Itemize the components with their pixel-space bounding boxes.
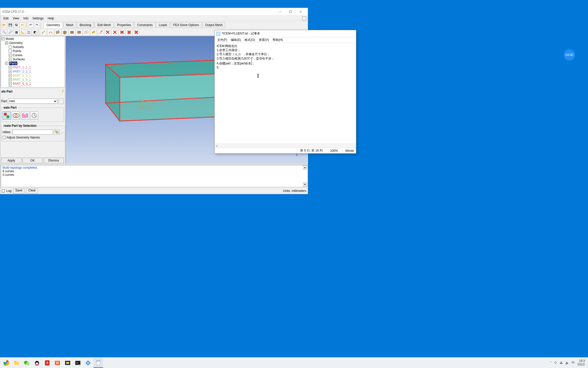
notepad-menu-edit[interactable]: 编辑(E) bbox=[229, 37, 242, 43]
part-label[interactable]: PART_4_4_1 bbox=[13, 78, 31, 82]
toolbar-select-icon[interactable]: ▦ bbox=[14, 29, 19, 35]
tray-volume-icon[interactable]: 🔈 bbox=[565, 361, 569, 365]
apply-button[interactable]: Apply bbox=[1, 158, 21, 163]
menu-help[interactable]: Help bbox=[46, 16, 56, 21]
part-label[interactable]: PART_1_1_1 bbox=[13, 66, 31, 69]
tree-points[interactable]: Points bbox=[13, 49, 21, 53]
tree-part-item[interactable]: PART_5_5_1 bbox=[2, 82, 64, 86]
part-label[interactable]: PART_2_2_1 bbox=[13, 70, 31, 73]
taskbar-misc-icon[interactable] bbox=[83, 358, 93, 368]
tab-mesh[interactable]: Mesh bbox=[63, 22, 76, 28]
ok-button[interactable]: OK bbox=[22, 158, 43, 163]
part-name-dropdown[interactable]: inlet bbox=[8, 99, 57, 104]
tree-part-item[interactable]: PART_4_4_1 bbox=[2, 78, 64, 82]
taskbar-pdf-icon[interactable]: A bbox=[42, 358, 52, 368]
geom-dormant-icon[interactable]: Zz bbox=[97, 29, 104, 36]
geom-delete-body-icon[interactable] bbox=[126, 29, 132, 36]
clear-log-button[interactable]: Clear bbox=[26, 188, 38, 193]
part-label[interactable]: PART_5_5_1 bbox=[13, 82, 31, 86]
tray-usb-icon[interactable]: ⯎ bbox=[554, 361, 557, 365]
tree-surfaces[interactable]: Surfaces bbox=[13, 57, 25, 61]
tray-ime-indicator[interactable]: 中 bbox=[572, 361, 575, 365]
part-label[interactable]: PART_6_6_1 bbox=[13, 86, 31, 87]
taskbar-media-icon[interactable] bbox=[63, 358, 72, 368]
geom-point-icon[interactable] bbox=[40, 29, 47, 36]
mdi-restore-icon[interactable] bbox=[302, 16, 306, 20]
console-scroll-down-icon[interactable]: ▼ bbox=[303, 182, 307, 187]
toolbar-measure-icon[interactable]: 📐 bbox=[20, 29, 25, 35]
taskbar-notepad-icon[interactable] bbox=[93, 358, 103, 368]
dismiss-button[interactable]: Dismiss bbox=[44, 158, 64, 163]
geom-restore-dormant-icon[interactable] bbox=[90, 29, 97, 36]
create-part-adjust-icon[interactable] bbox=[30, 111, 38, 120]
geom-curve-icon[interactable] bbox=[47, 29, 54, 36]
entity-more-icon[interactable]: … bbox=[61, 130, 64, 134]
tree-root[interactable]: Model bbox=[6, 37, 14, 41]
notepad-title-bar[interactable]: *ICEM+FLUENT.txt - 记事本 bbox=[215, 30, 356, 37]
create-part-intersect-icon[interactable] bbox=[12, 111, 20, 120]
geom-delete-curve-icon[interactable] bbox=[112, 29, 118, 36]
geom-delete-any-icon[interactable] bbox=[133, 29, 140, 36]
tree-part-item[interactable]: PART_1_1_1 bbox=[2, 65, 64, 70]
message-console[interactable]: Build topology completed. 6 curves 0 cur… bbox=[1, 165, 307, 187]
geom-surface-icon[interactable] bbox=[54, 29, 61, 36]
taskbar-wechat-icon[interactable] bbox=[22, 358, 32, 368]
part-checkbox[interactable] bbox=[9, 78, 12, 81]
notepad-menu-file[interactable]: 文件(F) bbox=[216, 37, 229, 43]
timer-badge[interactable]: 04:00 bbox=[564, 50, 575, 60]
close-button[interactable] bbox=[296, 8, 306, 15]
tree-part-item[interactable]: PART_3_3_1 bbox=[2, 74, 64, 78]
windows-taskbar[interactable]: A W >_ ˄ ⯎ 🖧 🔈 中 19:3 2022/ bbox=[0, 357, 588, 368]
geom-faceted-icon[interactable] bbox=[69, 29, 75, 36]
toolbar-redo-icon[interactable]: ↷ bbox=[34, 22, 40, 28]
geom-repair-icon[interactable]: ? bbox=[76, 29, 82, 36]
help-icon[interactable]: ? bbox=[62, 89, 64, 94]
entity-pick-icon[interactable] bbox=[54, 129, 60, 135]
notepad-menu-help[interactable]: 帮助(H) bbox=[271, 37, 285, 43]
tree-subsets[interactable]: Subsets bbox=[13, 45, 24, 49]
system-tray[interactable]: ˄ ⯎ 🖧 🔈 中 19:3 2022/ bbox=[550, 359, 586, 366]
toolbar-open-icon[interactable]: 📂 bbox=[1, 22, 7, 28]
part-checkbox[interactable] bbox=[9, 70, 12, 73]
console-scroll-up-icon[interactable]: ▲ bbox=[303, 165, 307, 169]
menu-view[interactable]: View bbox=[11, 16, 21, 21]
taskbar-wps-icon[interactable]: W bbox=[53, 358, 62, 368]
model-tree[interactable]: Model Geometry Subsets Points Curves Sur… bbox=[1, 36, 64, 87]
create-part-by-selection-icon[interactable] bbox=[3, 111, 11, 120]
notepad-menu-format[interactable]: 格式(O) bbox=[243, 37, 256, 43]
taskbar-qq-icon[interactable] bbox=[32, 358, 42, 368]
toolbar-shade-icon[interactable]: ◩ bbox=[32, 29, 38, 35]
tab-constraints[interactable]: Constraints bbox=[134, 22, 155, 28]
notepad-text-area[interactable]: ICEM:网格划分1.改变工作路径；2.导入模型（.x_t），并修改尺寸单位；3… bbox=[215, 43, 356, 144]
tree-curves[interactable]: Curves bbox=[13, 53, 22, 57]
tray-network-icon[interactable]: 🖧 bbox=[560, 361, 563, 365]
notepad-menu-view[interactable]: 查看(V) bbox=[257, 37, 271, 43]
menu-settings[interactable]: Settings bbox=[31, 16, 46, 21]
geom-body-icon[interactable] bbox=[62, 29, 68, 36]
part-checkbox[interactable] bbox=[9, 66, 12, 69]
tree-geometry[interactable]: Geometry bbox=[9, 41, 23, 45]
toolbar-folder-icon[interactable]: 📁 bbox=[20, 22, 25, 28]
tree-parts[interactable]: Parts bbox=[9, 62, 17, 65]
part-checkbox[interactable] bbox=[9, 82, 12, 85]
title-bar[interactable]: ICEM CFD 17.0 : bbox=[0, 8, 308, 16]
toolbar-wire-icon[interactable]: ◫ bbox=[26, 29, 31, 35]
taskbar-explorer-icon[interactable] bbox=[12, 358, 21, 368]
tray-chevron-up-icon[interactable]: ˄ bbox=[550, 361, 552, 365]
create-part-assembly-icon[interactable] bbox=[21, 111, 29, 120]
part-checkbox[interactable] bbox=[9, 86, 12, 87]
menu-info[interactable]: Info bbox=[21, 16, 30, 21]
toolbar-saveas-icon[interactable]: 🖫 bbox=[14, 22, 19, 28]
taskbar-chrome-icon[interactable] bbox=[2, 358, 11, 368]
tab-blocking[interactable]: Blocking bbox=[77, 22, 94, 28]
notepad-window[interactable]: *ICEM+FLUENT.txt - 记事本 文件(F) 编辑(E) 格式(O)… bbox=[214, 30, 356, 154]
tab-loads[interactable]: Loads bbox=[156, 22, 170, 28]
taskbar-terminal-icon[interactable]: >_ bbox=[73, 358, 83, 368]
tray-clock[interactable]: 19:3 2022/ bbox=[577, 359, 585, 366]
part-label[interactable]: PART_3_3_1 bbox=[13, 74, 31, 77]
adjust-names-checkbox[interactable] bbox=[3, 136, 6, 139]
entities-input[interactable] bbox=[12, 130, 53, 135]
part-name-pick-icon[interactable] bbox=[58, 98, 64, 104]
tree-part-item[interactable]: PART_2_2_1 bbox=[2, 70, 64, 74]
part-checkbox[interactable] bbox=[9, 74, 12, 77]
